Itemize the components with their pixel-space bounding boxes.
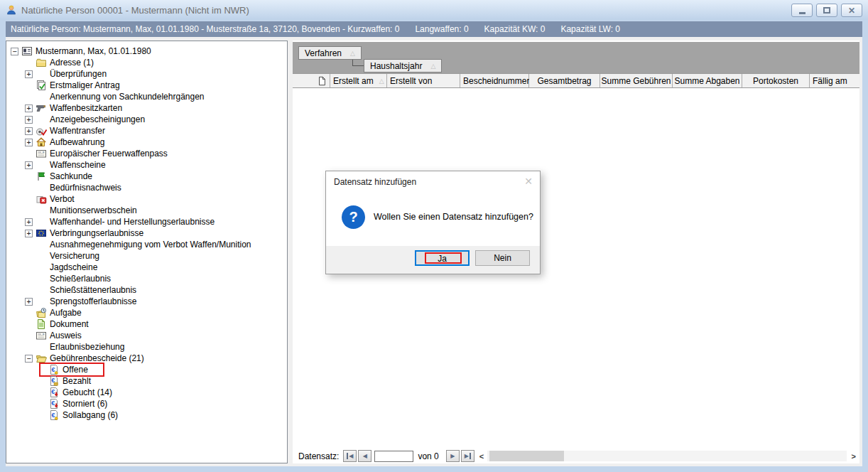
tree-item-label: Schießstättenerlaubnis	[48, 285, 138, 295]
close-button[interactable]: ✕	[841, 4, 862, 17]
tree-item[interactable]: +Aufbewahrung	[6, 136, 287, 148]
no-icon	[36, 182, 47, 193]
group-box-haushaltsjahr[interactable]: Haushaltsjahr △	[364, 59, 442, 73]
tree-item[interactable]: Versicherung	[6, 250, 287, 262]
tree-item[interactable]: +Waffenbesitzkarten	[6, 102, 287, 114]
tree-item[interactable]: −Mustermann, Max, 01.01.1980	[6, 45, 287, 57]
expander-plus-icon[interactable]: +	[25, 218, 33, 226]
tree-item[interactable]: Erstmaliger Antrag	[6, 80, 287, 91]
app-window: Natürliche Person 00001 - Mustermann (Ni…	[0, 0, 868, 472]
column-header-gesamtbetrag[interactable]: Gesamtbetrag	[529, 74, 600, 87]
expander-plus-icon[interactable]: +	[25, 127, 33, 135]
expander-plus-icon[interactable]: +	[25, 298, 33, 306]
tree-item[interactable]: Ausweis	[6, 330, 287, 341]
yes-button-label: Ja	[438, 254, 447, 264]
tree-item[interactable]: Schießstättenerlaubnis	[6, 284, 287, 296]
previous-record-icon: ◀	[363, 453, 367, 459]
datensatz-dialog: Datensatz hinzufügen ✕ ? Wollen Sie eine…	[325, 171, 541, 274]
expander-plus-icon[interactable]: +	[25, 116, 33, 124]
record-number-input[interactable]	[374, 451, 413, 462]
tree-item[interactable]: +Waffentransfer	[6, 125, 287, 136]
tree-item-label: Überprüfungen	[48, 69, 108, 79]
next-record-button[interactable]: ▶	[446, 450, 460, 462]
tree-item[interactable]: €Offene	[6, 364, 287, 375]
form-icon	[36, 148, 47, 159]
tree-item[interactable]: Bedürfnisnachweis	[6, 182, 287, 193]
tree-item[interactable]: Europäischer Feuerwaffenpass	[6, 148, 287, 159]
tree-item[interactable]: Adresse (1)	[6, 57, 287, 68]
tree-item[interactable]: +Waffenhandel- und Herstellungserlaubnis…	[6, 216, 287, 227]
yes-button[interactable]: Ja	[415, 250, 470, 266]
tree-item[interactable]: Aufgabe	[6, 307, 287, 318]
tree-item[interactable]: +Anzeigebescheinigungen	[6, 114, 287, 125]
column-header-portokosten[interactable]: Portokosten	[742, 74, 810, 87]
tree-item[interactable]: +Sprengstofferlaubnisse	[6, 296, 287, 307]
column-header-bescheidnummer[interactable]: Bescheidnummer	[460, 74, 529, 87]
scroll-left-icon[interactable]: <	[476, 452, 487, 461]
tree-item[interactable]: €Storniert (6)	[6, 398, 287, 409]
no-icon	[36, 273, 47, 284]
expander-minus-icon[interactable]: −	[11, 48, 18, 55]
tree-item[interactable]: Dokument	[6, 318, 287, 330]
person-info-segment: Langwaffen: 0	[415, 24, 468, 34]
no-button[interactable]: Nein	[475, 250, 530, 266]
euro-open-icon: €	[48, 364, 60, 375]
no-icon	[36, 341, 47, 353]
horizontal-scrollbar[interactable]	[487, 451, 846, 461]
column-header-summe-abgaben[interactable]: Summe Abgaben	[673, 74, 742, 87]
tree-item[interactable]: Munitionserwerbschein	[6, 205, 287, 216]
tree-item[interactable]: Verbot	[6, 193, 287, 205]
tree-item[interactable]: −Gebührenbescheide (21)	[6, 353, 287, 364]
no-icon	[36, 114, 47, 125]
tree-item[interactable]: €Bezahlt	[6, 375, 287, 387]
tree-item[interactable]: Schießerlaubnis	[6, 273, 287, 284]
tree-item[interactable]: €Gebucht (14)	[6, 387, 287, 398]
tree-item[interactable]: Erlaubnisbeziehung	[6, 341, 287, 353]
tree-item-label: Anzeigebescheinigungen	[48, 114, 146, 124]
previous-record-button[interactable]: ◀	[358, 450, 371, 462]
expander-plus-icon[interactable]: +	[25, 104, 33, 112]
column-header-summe-geb-hren[interactable]: Summe Gebühren	[600, 74, 673, 87]
close-icon: ✕	[848, 6, 855, 15]
expander-plus-icon[interactable]: +	[25, 70, 33, 78]
expander-plus-icon[interactable]: +	[25, 161, 33, 169]
grid-header: Erstellt am△Erstellt vonBescheidnummerGe…	[293, 73, 859, 88]
tree-item[interactable]: +Verbringungserlaubnisse	[6, 227, 287, 239]
dialog-close-icon[interactable]: ✕	[524, 176, 533, 186]
tree-item[interactable]: +Überprüfungen	[6, 68, 287, 80]
tree-item[interactable]: Sachkunde	[6, 171, 287, 182]
restore-button[interactable]	[816, 4, 837, 17]
tree-item-label: Aufgabe	[48, 308, 83, 318]
tree-item-label: Offene	[61, 365, 89, 375]
tree-item[interactable]: +Waffenscheine	[6, 159, 287, 171]
column-header-label: Erstellt von	[390, 76, 432, 86]
restore-icon	[823, 7, 830, 14]
column-header-f-llig-am[interactable]: Fällig am	[810, 74, 859, 87]
expander-minus-icon[interactable]: −	[25, 355, 33, 363]
tree-item[interactable]: Ausnahmegenehmigung vom Verbot Waffen/Mu…	[6, 239, 287, 250]
tree-item-label: Munitionserwerbschein	[48, 205, 139, 215]
tree-item-label: Sachkunde	[48, 171, 94, 181]
column-header-erstellt-von[interactable]: Erstellt von	[387, 74, 460, 87]
tree-item[interactable]: €Sollabgang (6)	[6, 409, 287, 421]
group-box-verfahren[interactable]: Verfahren △	[298, 46, 362, 60]
tree-item[interactable]: Anerkennung von Sachkundelehrgängen	[6, 91, 287, 102]
column-header-erstellt-am[interactable]: Erstellt am△	[330, 74, 387, 87]
last-record-button[interactable]: ▶	[461, 450, 474, 462]
flag-icon	[36, 171, 47, 182]
minimize-button[interactable]	[791, 4, 813, 17]
tree-item-label: Sollabgang (6)	[61, 410, 119, 420]
scrollbar-thumb[interactable]	[489, 451, 564, 461]
sort-asc-icon: △	[430, 63, 435, 70]
column-header-new-record[interactable]	[293, 74, 330, 87]
tree-item-label: Ausweis	[48, 331, 83, 340]
expander-plus-icon[interactable]: +	[25, 139, 33, 146]
tree-item[interactable]: Jagdscheine	[6, 262, 287, 273]
svg-text:€: €	[52, 366, 55, 373]
scroll-right-icon[interactable]: >	[848, 452, 859, 461]
tree-item-label: Waffenbesitzkarten	[48, 103, 124, 113]
svg-text:€: €	[51, 399, 55, 407]
first-record-button[interactable]: ◀	[343, 450, 357, 462]
expander-plus-icon[interactable]: +	[25, 230, 33, 237]
svg-text:€: €	[51, 388, 55, 395]
